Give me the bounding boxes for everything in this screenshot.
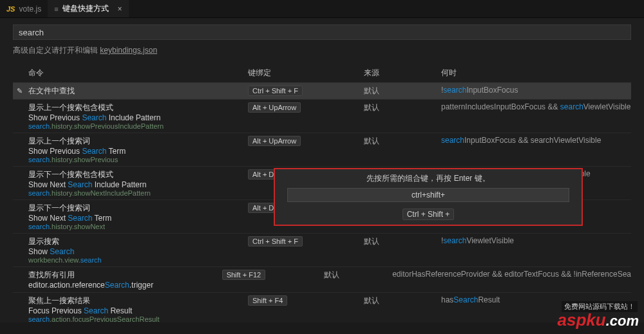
cell-when: patternIncludesInputBoxFocus && searchVi…: [441, 102, 631, 111]
table-row[interactable]: 聚焦上一搜索结果Focus Previous Search Resultsear…: [13, 293, 631, 326]
cell-keybinding: Ctrl + Shift + F: [248, 236, 364, 246]
cell-keybinding: Ctrl + Shift + F: [248, 86, 364, 96]
cell-command: 显示搜索Show Searchworkbench.view.search: [13, 236, 248, 264]
cell-when: !searchInputBoxFocus: [441, 86, 631, 95]
search-input[interactable]: [13, 24, 631, 40]
cell-keybinding: Alt + UpArrow: [248, 136, 364, 146]
watermark: aspku.com: [557, 310, 639, 330]
keybindings-json-link[interactable]: keybindings.json: [100, 46, 157, 55]
cell-command: 聚焦上一搜索结果Focus Previous Search Resultsear…: [13, 295, 248, 323]
header-when: 何时: [441, 68, 631, 79]
cell-keybinding: Alt + UpArrow: [248, 102, 364, 113]
tab-bar: JS vote.js ≡ 键盘快捷方式 ×: [0, 0, 644, 18]
modal-title: 先按所需的组合键，再按 Enter 键。: [366, 173, 489, 184]
header-source: 来源: [364, 68, 441, 79]
cell-keybinding: Shift + F4: [248, 295, 364, 306]
cell-source: 默认: [324, 270, 392, 281]
table-row[interactable]: 显示上一个搜索词Show Previous Search Termsearch.…: [13, 133, 631, 167]
status-bar: [0, 322, 644, 334]
cell-when: !searchViewletVisible: [441, 236, 631, 245]
cell-command: 显示下一个搜索包含模式Show Next Search Include Patt…: [13, 169, 248, 197]
cell-command: 显示上一个搜索词Show Previous Search Termsearch.…: [13, 136, 248, 163]
table-row[interactable]: 显示搜索Show Searchworkbench.view.searchCtrl…: [13, 234, 631, 267]
table-header: 命令 键绑定 来源 何时: [13, 65, 631, 83]
cell-when: searchInputBoxFocus && searchViewletVisi…: [441, 136, 631, 145]
javascript-icon: JS: [6, 5, 15, 13]
keybinding-input-modal: 先按所需的组合键，再按 Enter 键。 Ctrl + Shift +: [274, 168, 583, 226]
keyboard-icon: ≡: [54, 5, 58, 13]
cell-command: ✎在文件中查找: [13, 86, 248, 97]
custom-hint: 高级自定义请打开和编辑 keybindings.json: [13, 45, 631, 56]
cell-keybinding: Shift + F12: [222, 270, 325, 280]
table-row[interactable]: ✎在文件中查找Ctrl + Shift + F默认!searchInputBox…: [13, 83, 631, 100]
table-row[interactable]: 查找所有引用editor.action.referenceSearch.trig…: [13, 267, 631, 293]
tab-keyboard-shortcuts[interactable]: ≡ 键盘快捷方式 ×: [48, 0, 128, 17]
cell-source: 默认: [364, 136, 441, 147]
header-keybinding: 键绑定: [248, 68, 364, 79]
cell-source: 默认: [364, 86, 441, 97]
tab-label: vote.js: [19, 5, 41, 14]
cell-source: 默认: [364, 102, 441, 113]
cell-source: 默认: [364, 236, 441, 247]
header-command: 命令: [13, 68, 248, 79]
modal-key-hint: Ctrl + Shift +: [402, 209, 455, 220]
close-icon[interactable]: ×: [118, 5, 122, 14]
edit-icon[interactable]: ✎: [17, 87, 23, 95]
cell-command: 查找所有引用editor.action.referenceSearch.trig…: [13, 270, 222, 290]
cell-source: 默认: [364, 295, 441, 306]
cell-command: 显示下一个搜索词Show Next Search Termsearch.hist…: [13, 203, 248, 230]
cell-when: editorHasReferenceProvider && editorText…: [392, 270, 631, 279]
tab-votejs[interactable]: JS vote.js: [0, 0, 48, 17]
cell-command: 显示上一个搜索包含模式Show Previous Search Include …: [13, 102, 248, 130]
tab-label: 键盘快捷方式: [62, 3, 109, 14]
keybinding-input[interactable]: [287, 188, 569, 202]
table-row[interactable]: 显示上一个搜索包含模式Show Previous Search Include …: [13, 100, 631, 133]
